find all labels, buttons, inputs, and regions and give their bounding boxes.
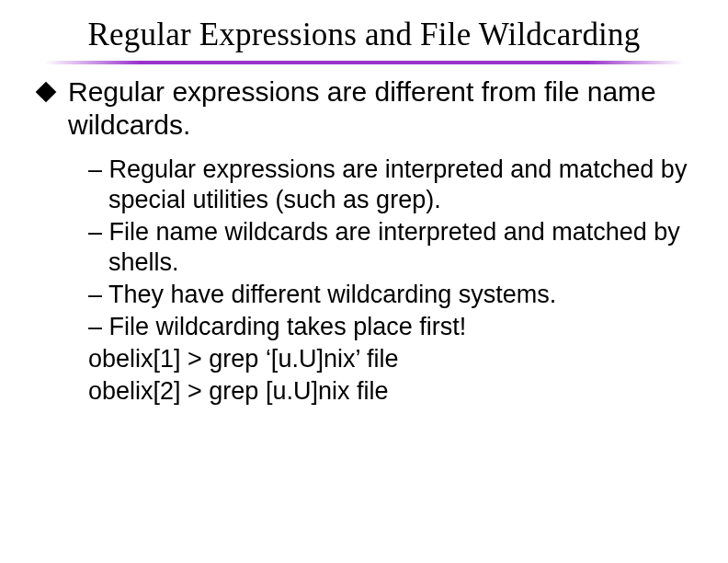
sub-bullet: – File name wildcards are interpreted an… [88, 217, 691, 278]
title-underline [44, 61, 684, 64]
slide-title: Regular Expressions and File Wildcarding [37, 17, 691, 53]
code-line: obelix[1] > grep ‘[u.U]nix’ file [88, 344, 691, 374]
sub-bullet: – Regular expressions are interpreted an… [88, 155, 691, 215]
slide-body: Regular expressions are different from f… [37, 75, 691, 407]
diamond-bullet-icon [36, 82, 57, 103]
bullet-main-text: Regular expressions are different from f… [68, 76, 656, 140]
slide: Regular Expressions and File Wildcarding… [0, 0, 728, 563]
sub-bullet: – File wildcarding takes place first! [88, 312, 691, 342]
sub-bullet: – They have different wildcarding system… [88, 280, 691, 310]
code-line: obelix[2] > grep [u.U]nix file [88, 376, 691, 407]
bullet-main: Regular expressions are different from f… [37, 75, 691, 142]
sub-list: – Regular expressions are interpreted an… [88, 155, 691, 407]
